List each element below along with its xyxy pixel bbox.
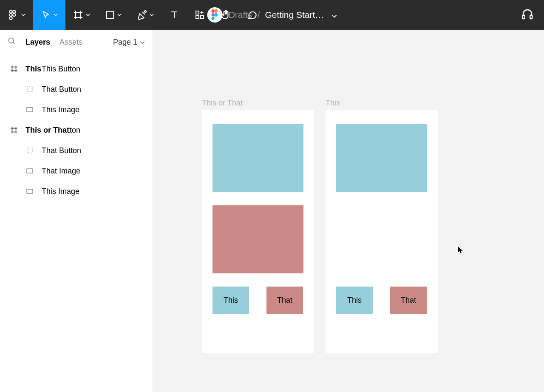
- layer-item[interactable]: This Image: [0, 99, 153, 120]
- frame-this[interactable]: This This That: [326, 110, 438, 353]
- frame-label[interactable]: This: [326, 99, 340, 108]
- layers-panel: Layers Assets Page 1 This This Button: [0, 30, 153, 392]
- shape-tool-button[interactable]: [98, 0, 129, 30]
- frame-label[interactable]: This or That: [202, 99, 243, 108]
- svg-rect-31: [27, 87, 32, 92]
- svg-rect-19: [215, 9, 218, 13]
- that-button[interactable]: That: [390, 287, 427, 314]
- huddle-button[interactable]: [521, 8, 534, 22]
- rectangle-icon: [26, 168, 37, 173]
- chevron-down-icon: [86, 14, 90, 16]
- svg-rect-9: [107, 11, 114, 19]
- this-image[interactable]: [336, 124, 427, 192]
- svg-rect-20: [212, 13, 215, 17]
- svg-rect-23: [530, 15, 532, 19]
- svg-rect-4: [13, 14, 15, 17]
- layer-label: That Button: [42, 146, 81, 155]
- frame-this-or-that[interactable]: This or That This That: [202, 110, 314, 353]
- breadcrumb[interactable]: Drafts / Getting Start…: [229, 10, 337, 20]
- svg-rect-40: [27, 189, 33, 193]
- layer-label: This Button: [42, 65, 80, 74]
- layers-list: This This Button That Button This Image …: [0, 55, 153, 202]
- button-label: This: [224, 296, 238, 305]
- resources-icon: [195, 10, 205, 20]
- breadcrumb-separator: /: [258, 10, 260, 20]
- frame-tool-button[interactable]: [65, 0, 98, 30]
- svg-line-25: [13, 43, 15, 44]
- layer-label: This: [26, 65, 41, 74]
- pen-tool-button[interactable]: [129, 0, 162, 30]
- move-tool-button[interactable]: [33, 0, 65, 30]
- layer-label: This or That: [26, 126, 69, 135]
- layer-frame-this[interactable]: This: [0, 59, 41, 79]
- button-label: That: [401, 296, 416, 305]
- chevron-down-icon[interactable]: [332, 10, 337, 20]
- text-tool-button[interactable]: [162, 0, 187, 30]
- svg-rect-14: [196, 16, 199, 19]
- project-name[interactable]: Drafts: [229, 10, 252, 20]
- figma-menu-icon: [8, 9, 19, 20]
- chevron-down-icon: [117, 14, 122, 16]
- cursor-icon: [41, 10, 51, 20]
- svg-rect-15: [201, 16, 204, 19]
- frame-icon: [10, 65, 20, 73]
- svg-rect-0: [9, 10, 12, 13]
- layer-item[interactable]: That Button: [0, 140, 153, 161]
- component-icon: [26, 86, 37, 93]
- canvas[interactable]: This or That This That This This That: [153, 30, 544, 392]
- chevron-down-icon: [21, 14, 26, 16]
- this-button[interactable]: This: [336, 287, 373, 314]
- team-avatar[interactable]: [207, 7, 223, 23]
- svg-rect-22: [523, 15, 525, 19]
- frame-icon: [10, 126, 20, 134]
- layer-item[interactable]: That Image: [0, 161, 153, 181]
- top-toolbar: Drafts / Getting Start…: [0, 0, 544, 30]
- layer-label: That Image: [42, 167, 80, 176]
- file-name[interactable]: Getting Start…: [265, 10, 324, 20]
- layer-item[interactable]: That Button: [0, 79, 153, 99]
- page-selector[interactable]: Page 1: [113, 38, 145, 47]
- chevron-down-icon: [140, 41, 145, 44]
- svg-rect-1: [9, 14, 12, 17]
- svg-rect-18: [212, 9, 215, 13]
- svg-rect-39: [27, 169, 33, 173]
- button-label: That: [277, 296, 292, 305]
- frame-icon: [73, 10, 83, 20]
- this-button[interactable]: This: [212, 287, 249, 314]
- layer-label: This Image: [42, 187, 79, 196]
- layer-item[interactable]: This Image: [0, 181, 153, 202]
- layer-label: That Button: [42, 85, 81, 94]
- rectangle-icon: [26, 189, 37, 194]
- svg-point-24: [9, 38, 14, 43]
- pen-icon: [137, 10, 147, 20]
- tab-assets[interactable]: Assets: [60, 38, 82, 47]
- rectangle-icon: [26, 107, 37, 112]
- svg-rect-3: [13, 10, 15, 13]
- rectangle-icon: [105, 10, 115, 20]
- that-button[interactable]: That: [266, 287, 303, 314]
- that-image[interactable]: [212, 205, 303, 273]
- svg-point-10: [144, 11, 146, 12]
- cursor-icon: [457, 245, 465, 256]
- svg-rect-38: [27, 148, 32, 153]
- svg-rect-2: [9, 17, 12, 20]
- button-label: This: [347, 296, 362, 305]
- svg-point-21: [214, 13, 218, 17]
- layer-label: This Image: [42, 105, 79, 114]
- page-label: Page 1: [113, 38, 137, 47]
- chevron-down-icon: [54, 14, 58, 16]
- layer-frame-this-or-that[interactable]: This or That: [0, 120, 69, 140]
- svg-rect-32: [27, 108, 33, 112]
- search-icon[interactable]: [8, 37, 16, 48]
- tab-layers[interactable]: Layers: [26, 38, 50, 47]
- svg-rect-13: [196, 11, 199, 14]
- component-icon: [26, 147, 37, 154]
- this-image[interactable]: [212, 124, 303, 192]
- text-icon: [169, 10, 179, 20]
- chevron-down-icon: [150, 14, 154, 16]
- main-menu-button[interactable]: [0, 0, 33, 30]
